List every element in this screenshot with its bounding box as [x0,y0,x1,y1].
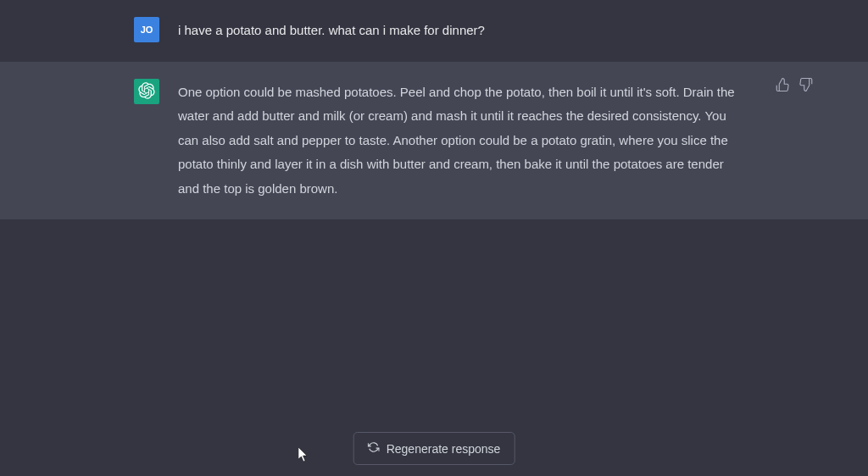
thumbs-down-icon [798,80,814,95]
user-avatar-initials: JO [141,25,153,35]
assistant-message-text: One option could be mashed potatoes. Pee… [178,79,741,202]
openai-logo-icon [138,82,155,101]
refresh-icon [368,441,380,456]
thumbs-up-button[interactable] [775,77,792,94]
feedback-buttons [775,77,815,94]
chat-container: JO i have a potato and butter. what can … [0,0,868,219]
thumbs-down-button[interactable] [798,77,815,94]
mouse-cursor-icon [298,447,309,462]
regenerate-response-button[interactable]: Regenerate response [353,432,515,465]
user-message-row: JO i have a potato and butter. what can … [0,0,868,62]
assistant-avatar [134,79,159,104]
user-avatar: JO [134,17,159,42]
thumbs-up-icon [775,80,790,95]
regenerate-label: Regenerate response [387,442,501,456]
user-message-text: i have a potato and butter. what can i m… [178,17,741,43]
assistant-message-row: One option could be mashed potatoes. Pee… [0,62,868,220]
